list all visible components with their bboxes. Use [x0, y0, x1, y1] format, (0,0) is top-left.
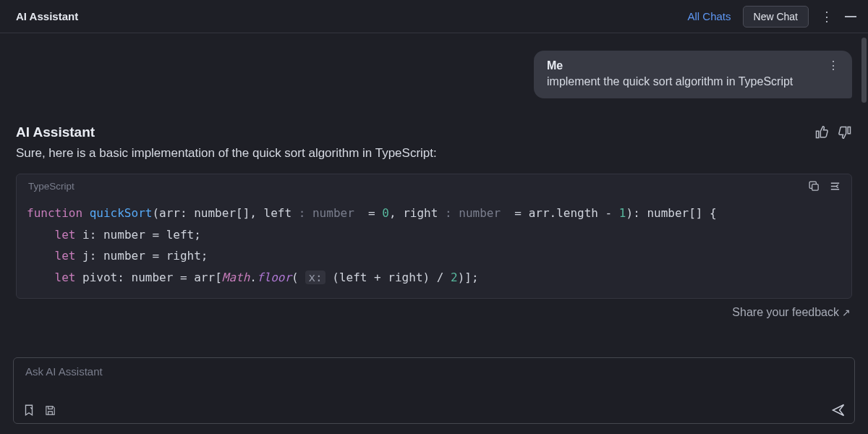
code-keyword: let: [55, 228, 76, 242]
insert-code-icon[interactable]: [829, 180, 841, 192]
more-options-icon[interactable]: ⋮: [820, 10, 833, 23]
input-toolbar: [22, 403, 846, 417]
code-language-label: TypeScript: [28, 181, 75, 192]
code-param: left: [264, 206, 292, 220]
code-type: number[]: [194, 206, 250, 220]
code-type: number: [103, 228, 145, 242]
code-number: 2: [451, 271, 458, 284]
code-expr: left: [166, 228, 195, 242]
input-area[interactable]: Ask AI Assistant: [13, 357, 855, 424]
code-method: floor: [257, 271, 292, 284]
app-title: AI Assistant: [16, 10, 78, 22]
code-keyword: let: [55, 271, 76, 284]
all-chats-link[interactable]: All Chats: [688, 10, 731, 22]
code-block-actions: [808, 180, 841, 192]
code-expr: left: [339, 271, 367, 284]
thumbs-down-icon[interactable]: [838, 125, 852, 140]
code-inlay-hint: : number: [445, 206, 501, 220]
minimize-icon[interactable]: [845, 16, 856, 17]
code-param: arr: [159, 206, 180, 220]
user-message-more-icon[interactable]: ⋮: [827, 60, 839, 72]
titlebar: AI Assistant All Chats New Chat ⋮: [0, 0, 868, 33]
chat-area: Me ⋮ implement the quick sort algorithm …: [0, 33, 868, 350]
code-expr: arr.length: [529, 206, 598, 220]
code-var: j: [82, 249, 90, 263]
code-block: TypeScript function quickSort(arr: numbe…: [16, 174, 852, 299]
feedback-icons: [814, 125, 852, 140]
code-expr: right: [388, 271, 422, 284]
send-icon[interactable]: [831, 403, 846, 417]
code-expr: right: [166, 249, 201, 263]
code-keyword: let: [55, 249, 76, 263]
code-type: number[]: [647, 206, 702, 220]
new-chat-button[interactable]: New Chat: [743, 6, 809, 27]
save-icon[interactable]: [44, 404, 56, 417]
input-left-actions: [22, 404, 56, 417]
code-number: 0: [382, 206, 389, 220]
code-type: number: [132, 271, 174, 284]
titlebar-actions: All Chats New Chat ⋮: [688, 6, 857, 27]
assistant-name-label: AI Assistant: [16, 124, 95, 140]
code-keyword: function: [27, 206, 82, 220]
user-message-text: implement the quick sort algorithm in Ty…: [547, 75, 839, 88]
thumbs-up-icon[interactable]: [814, 125, 829, 140]
copy-icon[interactable]: [808, 180, 820, 192]
bookmark-icon[interactable]: [22, 404, 35, 417]
assistant-header: AI Assistant: [16, 124, 852, 140]
svg-rect-0: [812, 184, 819, 190]
code-number: 1: [619, 206, 626, 220]
code-var: i: [82, 228, 90, 242]
code-class: Math: [222, 271, 250, 284]
code-expr: arr: [194, 271, 215, 284]
assistant-intro-text: Sure, here is a basic implementation of …: [16, 146, 852, 161]
user-name-label: Me: [547, 59, 563, 72]
code-var: pivot: [82, 271, 117, 284]
scrollbar-thumb[interactable]: [861, 38, 867, 103]
code-param: right: [403, 206, 438, 220]
code-type: number: [103, 249, 145, 263]
external-link-icon: ↗: [842, 307, 851, 318]
user-message-header: Me ⋮: [547, 59, 839, 72]
share-feedback-link[interactable]: Share your feedback↗: [16, 306, 852, 319]
user-message: Me ⋮ implement the quick sort algorithm …: [534, 51, 852, 98]
code-inlay-hint: : number: [299, 206, 354, 220]
share-feedback-text: Share your feedback: [732, 306, 839, 318]
code-inlay-hint: x:: [305, 271, 325, 284]
input-placeholder: Ask AI Assistant: [22, 365, 846, 378]
code-function-name: quickSort: [90, 206, 153, 220]
code-block-header: TypeScript: [17, 174, 851, 198]
code-body: function quickSort(arr: number[], left :…: [17, 198, 851, 298]
